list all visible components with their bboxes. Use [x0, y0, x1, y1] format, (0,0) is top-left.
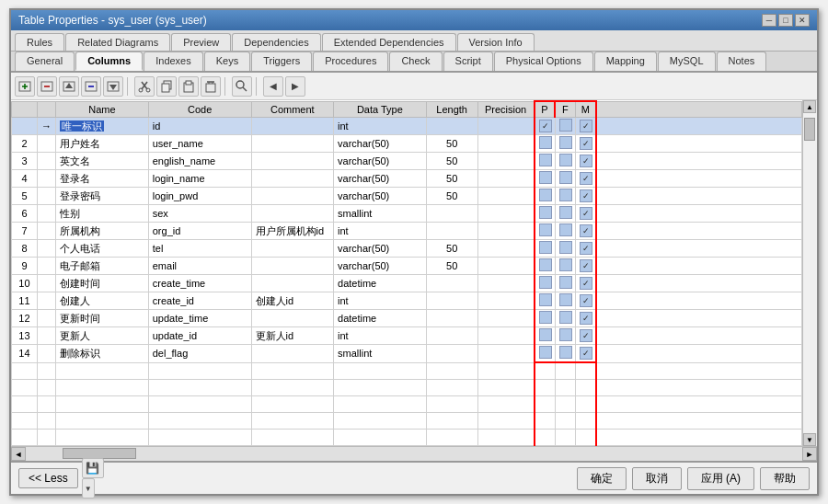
vscroll-thumb[interactable]	[804, 118, 815, 141]
cell-name[interactable]: 用户姓名	[56, 135, 149, 153]
add-row-button[interactable]	[15, 76, 35, 97]
close-button[interactable]: ✕	[795, 14, 810, 27]
cell-code[interactable]: login_name	[148, 170, 251, 188]
cell-comment[interactable]	[251, 275, 333, 292]
checkbox-p[interactable]	[539, 154, 552, 166]
cell-name[interactable]	[56, 362, 149, 379]
cell-datatype[interactable]	[334, 412, 427, 429]
cell-length[interactable]	[426, 275, 477, 292]
cell-comment[interactable]	[251, 258, 333, 275]
delete-button[interactable]	[201, 76, 221, 97]
cell-comment[interactable]	[251, 170, 333, 188]
cell-p[interactable]	[535, 240, 555, 258]
save-dropdown-button[interactable]: ▼	[82, 478, 95, 498]
checkbox-m[interactable]	[580, 242, 592, 255]
cell-p[interactable]	[535, 205, 555, 223]
cell-datatype[interactable]: varchar(50)	[334, 135, 427, 153]
cell-code[interactable]: email	[148, 258, 251, 275]
cell-comment[interactable]	[251, 445, 333, 446]
cell-length[interactable]	[426, 362, 477, 379]
cell-f[interactable]	[555, 292, 575, 310]
cell-code[interactable]: user_name	[148, 135, 251, 153]
vscroll-up-button[interactable]: ▲	[803, 100, 816, 113]
cell-p[interactable]	[535, 429, 555, 445]
tab-related-diagrams[interactable]: Related Diagrams	[65, 33, 170, 51]
cell-m[interactable]	[575, 188, 595, 205]
cell-datatype[interactable]	[334, 445, 427, 446]
cell-name[interactable]: 创建人	[56, 292, 149, 310]
cell-m[interactable]	[575, 223, 595, 240]
nav-left-button[interactable]: ◀	[263, 76, 283, 97]
cell-p[interactable]	[535, 275, 555, 292]
cell-f[interactable]	[555, 395, 575, 412]
hscroll-track[interactable]	[26, 447, 802, 461]
th-name[interactable]: Name	[56, 101, 149, 118]
cell-code[interactable]	[148, 412, 251, 429]
cell-precision[interactable]	[477, 362, 535, 379]
checkbox-p[interactable]	[539, 276, 552, 289]
cell-code[interactable]: org_id	[148, 223, 251, 240]
table-container[interactable]: Name Code Comment Data Type Length Preci…	[11, 100, 802, 446]
cell-precision[interactable]	[477, 379, 535, 395]
cell-precision[interactable]	[477, 240, 535, 258]
checkbox-f[interactable]	[559, 328, 572, 341]
cell-code[interactable]	[148, 445, 251, 446]
tab-triggers[interactable]: Triggers	[251, 52, 312, 71]
nav-right-button[interactable]: ▶	[285, 76, 305, 97]
cell-datatype[interactable]: varchar(50)	[334, 153, 427, 170]
tab-script[interactable]: Script	[443, 52, 493, 71]
cell-m[interactable]	[575, 118, 595, 135]
cell-name[interactable]: 个人电话	[56, 240, 149, 258]
cell-name[interactable]: 更新人	[56, 327, 149, 345]
cell-datatype[interactable]: datetime	[334, 275, 427, 292]
cell-length[interactable]	[426, 345, 477, 363]
cell-comment[interactable]	[251, 429, 333, 445]
cell-length[interactable]	[426, 292, 477, 310]
cell-datatype[interactable]: int	[334, 327, 427, 345]
cell-precision[interactable]	[477, 223, 535, 240]
checkbox-f[interactable]	[559, 206, 572, 219]
vscroll-track[interactable]	[803, 113, 817, 433]
checkbox-p[interactable]	[539, 241, 552, 254]
cell-length[interactable]	[426, 429, 477, 445]
th-comment[interactable]: Comment	[251, 101, 333, 118]
cell-precision[interactable]	[477, 258, 535, 275]
th-p[interactable]: P	[535, 101, 555, 118]
cell-m[interactable]	[575, 205, 595, 223]
cell-p[interactable]	[535, 223, 555, 240]
tab-preview[interactable]: Preview	[171, 33, 231, 51]
save-button[interactable]: 💾	[82, 458, 104, 478]
cell-f[interactable]	[555, 153, 575, 170]
copy-button[interactable]	[156, 76, 177, 97]
cell-datatype[interactable]: int	[334, 223, 427, 240]
cell-p[interactable]	[535, 310, 555, 327]
cell-length[interactable]: 50	[426, 170, 477, 188]
cell-length[interactable]	[426, 379, 477, 395]
checkbox-f[interactable]	[559, 276, 572, 289]
cell-comment[interactable]	[251, 345, 333, 363]
cell-comment[interactable]	[251, 188, 333, 205]
checkbox-p[interactable]	[539, 189, 552, 201]
cell-comment[interactable]	[251, 362, 333, 379]
cell-p[interactable]	[535, 412, 555, 429]
cell-length[interactable]	[426, 205, 477, 223]
cell-length[interactable]: 50	[426, 258, 477, 275]
cell-length[interactable]: 50	[426, 188, 477, 205]
checkbox-f[interactable]	[559, 154, 572, 166]
cell-f[interactable]	[555, 412, 575, 429]
cancel-button[interactable]: 取消	[632, 467, 682, 490]
tab-general[interactable]: General	[15, 52, 75, 71]
tab-extended-dependencies[interactable]: Extended Dependencies	[322, 33, 456, 51]
cell-comment[interactable]	[251, 379, 333, 395]
checkbox-p[interactable]	[539, 293, 552, 306]
cell-datatype[interactable]	[334, 395, 427, 412]
move-up-button[interactable]	[59, 76, 79, 97]
cell-name[interactable]: 电子邮箱	[56, 258, 149, 275]
cell-m[interactable]	[575, 292, 595, 310]
cell-p[interactable]	[535, 135, 555, 153]
checkbox-m[interactable]	[580, 137, 592, 150]
cell-precision[interactable]	[477, 445, 535, 446]
cell-length[interactable]	[426, 310, 477, 327]
checkbox-p[interactable]	[539, 136, 552, 149]
tab-keys[interactable]: Keys	[204, 52, 250, 71]
